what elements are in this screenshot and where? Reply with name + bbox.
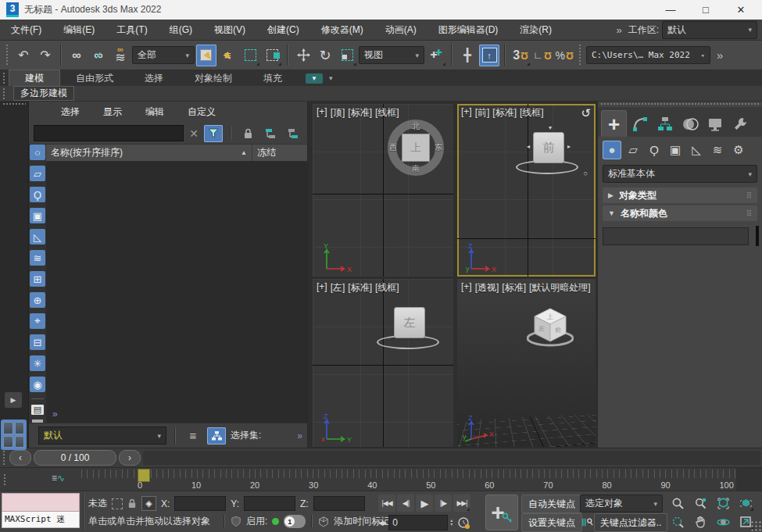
set-key-button[interactable]: 设置关键点 <box>521 513 582 532</box>
absolute-mode-toggle[interactable]: ◈ <box>141 496 156 511</box>
explorer-menu-item[interactable]: 编辑 <box>134 105 176 119</box>
previous-frame-button[interactable]: ‹ <box>9 450 31 466</box>
frame-spinner[interactable]: ▴▾ <box>450 519 453 527</box>
explorer-selector-dropdown[interactable]: 默认 ▾ <box>38 427 166 445</box>
containers-filter-icon[interactable]: ⊟ <box>30 334 45 350</box>
select-and-move-button[interactable] <box>293 45 313 66</box>
explorer-menu-item[interactable]: 显示 <box>91 105 134 119</box>
auto-key-button[interactable]: 自动关键点 <box>521 495 582 513</box>
use-pivot-center-button[interactable]: ✚ ✚ <box>426 45 446 66</box>
toolbar-overflow-icon[interactable]: » <box>712 48 726 62</box>
viewport-label-part[interactable]: [左] <box>331 281 345 295</box>
helpers-category-icon[interactable]: ◺ <box>687 141 706 159</box>
degradation-toggle-pill[interactable]: 1 <box>284 515 306 528</box>
select-and-rotate-button[interactable]: ↻ <box>315 45 335 66</box>
toolbar-drag-handle[interactable] <box>578 44 582 66</box>
shapes-filter-icon[interactable]: ▱ <box>30 166 45 181</box>
frame-step-buttons[interactable]: ◀▶ <box>378 520 386 527</box>
expand-hierarchy-icon[interactable] <box>261 125 280 142</box>
menu-item[interactable]: 渲染(R) <box>509 20 563 40</box>
viewport-layout-tab-button[interactable] <box>1 420 27 450</box>
explorer-item-list[interactable]: » <box>46 162 307 423</box>
previous-key-button[interactable]: ◀|| <box>397 495 414 512</box>
zoom-region-icon[interactable] <box>669 513 686 530</box>
viewport-perspective[interactable]: [+][透视][标准][默认明暗处理] 上 左 前 X <box>457 279 596 447</box>
zoom-all-icon[interactable] <box>692 495 709 512</box>
compass-north[interactable]: 北 <box>412 121 420 132</box>
collapse-hierarchy-icon[interactable] <box>284 125 302 142</box>
viewcube-face[interactable]: 上 <box>402 134 430 162</box>
zoom-extents-all-icon[interactable] <box>737 495 754 512</box>
orbit-icon[interactable] <box>714 513 732 530</box>
viewport-left[interactable]: [+][左][标准][线框] 左 Y Z x <box>313 279 453 447</box>
rollout-name-color[interactable]: ▼ 名称和颜色 ⠿ <box>603 205 757 221</box>
explorer-menu-item[interactable]: 自定义 <box>176 105 227 119</box>
ribbon-drag-handle[interactable] <box>2 87 6 99</box>
object-color-swatch[interactable] <box>756 226 759 246</box>
viewport-label-part[interactable]: [+] <box>317 281 327 295</box>
window-resize-grip[interactable] <box>750 520 761 531</box>
next-key-button[interactable]: ||▶ <box>435 495 452 512</box>
lights-filter-icon[interactable]: Ϙ <box>30 187 45 202</box>
sort-ascending-icon[interactable]: ▲ <box>241 149 247 156</box>
clear-search-icon[interactable]: ✕ <box>188 127 200 140</box>
select-object-button[interactable] <box>196 45 216 66</box>
viewport-label-part[interactable]: [标准] <box>502 281 526 295</box>
tab-create[interactable]: + <box>601 110 627 137</box>
explorer-menu-item[interactable]: 选择 <box>49 105 91 119</box>
mini-curve-editor-icon[interactable]: ≡∿ <box>52 473 65 484</box>
playhead[interactable] <box>138 469 150 482</box>
unlink-selection-icon[interactable]: ∞ / <box>88 45 109 66</box>
menu-item[interactable]: 图形编辑器(D) <box>428 20 510 40</box>
viewport-label-part[interactable]: [默认明暗处理] <box>529 281 591 295</box>
select-and-link-icon[interactable]: ∞ <box>66 45 87 66</box>
next-frame-button[interactable]: › <box>119 450 141 466</box>
viewcube[interactable]: 左 <box>394 307 425 338</box>
viewcube-rotate-icon[interactable]: ↺ <box>581 106 591 120</box>
play-button[interactable]: ▶ <box>416 495 433 512</box>
percent-snap-toggle[interactable]: %Ω <box>554 45 574 66</box>
selection-filter-dropdown[interactable]: 全部 ▾ <box>132 46 195 64</box>
tab-utilities[interactable] <box>728 111 752 137</box>
rollout-grip-icon[interactable]: ⠿ <box>746 191 752 200</box>
name-column-header[interactable]: 名称(按升序排序) ▲ <box>46 145 252 161</box>
project-folder-field[interactable]: C:\Users\… Max 2022 ▾ <box>586 46 710 64</box>
layer-explorer-icon[interactable]: ≡ <box>184 427 202 445</box>
x-coordinate-field[interactable] <box>174 496 226 511</box>
viewcube-right-arrow[interactable]: ▸ <box>567 143 571 150</box>
scene-explorer-toggle-icon[interactable] <box>207 427 226 445</box>
viewport-label-part[interactable]: [标准] <box>348 106 372 120</box>
maximize-button[interactable]: □ <box>691 4 721 16</box>
key-filters-icon[interactable] <box>578 513 596 530</box>
panel-drag-handle[interactable] <box>600 102 760 106</box>
y-coordinate-field[interactable] <box>244 496 295 511</box>
cameras-category-icon[interactable]: ▣ <box>666 141 685 159</box>
ribbon-tab[interactable]: 选择 <box>129 70 179 86</box>
time-slider-thumb[interactable]: 0 / 100 <box>34 450 116 466</box>
frozen-filter-icon[interactable]: ✳ <box>30 355 45 371</box>
go-to-start-button[interactable]: |◀◀ <box>378 495 395 512</box>
viewport-label-part[interactable]: [+] <box>317 106 327 120</box>
freeze-column-header[interactable]: 冻结 <box>252 146 307 159</box>
viewport-label-part[interactable]: [前] <box>475 106 490 120</box>
close-button[interactable]: ✕ <box>726 4 756 16</box>
menu-item[interactable]: 文件(F) <box>0 20 52 40</box>
rollout-object-type[interactable]: ▶ 对象类型 ⠿ <box>603 187 757 203</box>
bottom-overflow-icon[interactable]: » <box>297 430 301 441</box>
viewport-label-part[interactable]: [标准] <box>492 106 517 120</box>
search-input[interactable] <box>34 125 184 141</box>
time-slider-track[interactable] <box>143 451 760 465</box>
ribbon-tab[interactable]: 填充 <box>248 70 298 86</box>
redo-button[interactable]: ↷ <box>35 45 55 66</box>
angle-snap-toggle[interactable]: ∟Ω <box>532 45 553 66</box>
viewport-label-part[interactable]: [标准] <box>348 281 372 295</box>
set-keys-button[interactable]: + <box>485 495 518 530</box>
viewcube[interactable]: 上 北 南 西 东 <box>388 120 444 176</box>
menu-item[interactable]: 工具(T) <box>106 20 158 40</box>
menu-item[interactable]: 动画(A) <box>374 20 428 40</box>
groups-filter-icon[interactable]: ⊞ <box>30 271 45 287</box>
viewcube[interactable]: 前 <box>533 132 564 163</box>
rectangular-selection-region-button[interactable] <box>240 45 260 66</box>
current-frame-field[interactable]: 0 <box>388 515 448 530</box>
menu-item[interactable]: 修改器(M) <box>310 20 374 40</box>
